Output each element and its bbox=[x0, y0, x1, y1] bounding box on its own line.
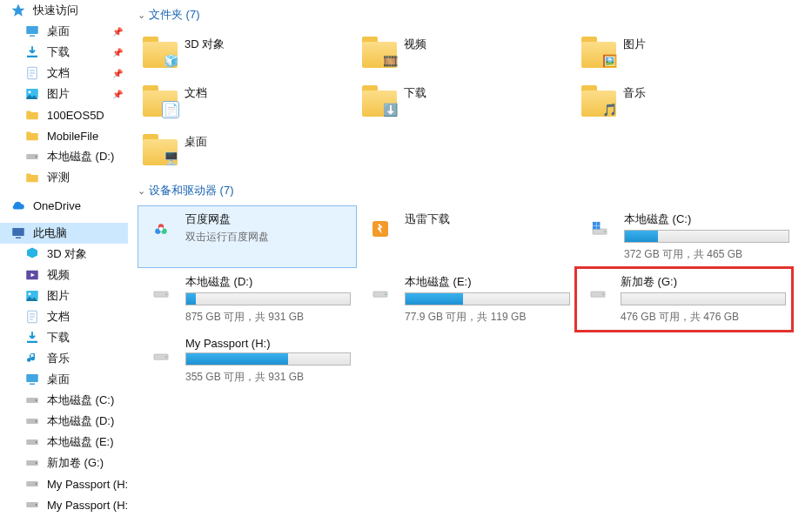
sidebar-item-label: 本地磁盘 (C:) bbox=[47, 392, 114, 408]
sidebar-item[interactable]: 文档📌 bbox=[0, 63, 128, 84]
folder-item[interactable]: 🧊3D 对象 bbox=[138, 30, 357, 78]
this-pc-label: 此电脑 bbox=[33, 225, 67, 241]
this-pc[interactable]: 此电脑 bbox=[0, 223, 128, 244]
sidebar-item-label: 音乐 bbox=[47, 351, 70, 366]
folder-item[interactable]: 🖥️桌面 bbox=[138, 127, 357, 176]
svg-point-30 bbox=[36, 441, 37, 443]
drive-item[interactable]: 迅雷下载 bbox=[357, 205, 576, 268]
svg-rect-24 bbox=[30, 384, 35, 386]
pc-icon bbox=[10, 225, 26, 241]
pin-icon: 📌 bbox=[112, 48, 123, 57]
drive-item[interactable]: 本地磁盘 (E:)77.9 GB 可用，共 119 GB bbox=[357, 268, 576, 331]
drive-icon bbox=[24, 476, 40, 492]
svg-rect-22 bbox=[27, 341, 37, 343]
svg-rect-23 bbox=[26, 374, 38, 382]
sidebar-item[interactable]: MobileFile bbox=[0, 125, 128, 146]
download-icon bbox=[24, 44, 40, 60]
sidebar-item[interactable]: 桌面 bbox=[0, 369, 128, 390]
svg-point-17 bbox=[29, 292, 31, 295]
sidebar-item[interactable]: 新加卷 (G:) bbox=[0, 453, 128, 473]
sidebar-item[interactable]: My Passport (H:) bbox=[0, 473, 128, 494]
sidebar-item[interactable]: 下载 bbox=[0, 327, 128, 348]
drive-name: 迅雷下载 bbox=[405, 211, 570, 227]
sidebar-item-label: 桌面 bbox=[47, 23, 70, 39]
drive-sub: 355 GB 可用，共 931 GB bbox=[185, 370, 351, 385]
sidebar-item[interactable]: 桌面📌 bbox=[0, 21, 128, 42]
svg-rect-45 bbox=[593, 222, 596, 225]
sidebar-item[interactable]: 视频 bbox=[0, 265, 128, 285]
sidebar-item[interactable]: 文档 bbox=[0, 306, 128, 327]
capacity-bar bbox=[405, 292, 570, 305]
drive-item[interactable]: 百度网盘双击运行百度网盘 bbox=[138, 205, 357, 268]
drive-sub: 476 GB 可用，共 476 GB bbox=[621, 310, 786, 325]
folder-item[interactable]: 📄文档 bbox=[138, 78, 357, 127]
drive-icon bbox=[582, 274, 614, 309]
folder-item[interactable]: 🖼️图片 bbox=[576, 30, 795, 78]
svg-rect-3 bbox=[27, 56, 37, 57]
onedrive-label: OneDrive bbox=[33, 199, 81, 212]
drive-icon bbox=[144, 274, 178, 309]
sidebar-item-label: 图片 bbox=[47, 86, 70, 102]
sidebar-item[interactable]: 本地磁盘 (D:) bbox=[0, 411, 128, 432]
drives-section-header[interactable]: ⌄ 设备和驱动器 (7) bbox=[138, 183, 805, 198]
sidebar-item[interactable]: 本地磁盘 (D:) bbox=[0, 146, 128, 167]
svg-point-54 bbox=[385, 293, 386, 294]
sidebar-item-label: My Passport (H:) bbox=[47, 478, 129, 491]
sidebar-item[interactable]: 图片📌 bbox=[0, 84, 128, 104]
folder-grid: 🧊3D 对象🎞️视频🖼️图片📄文档⬇️下载🎵音乐🖥️桌面 bbox=[138, 30, 805, 176]
folder-item[interactable]: 🎵音乐 bbox=[576, 78, 795, 127]
drive-icon bbox=[363, 274, 398, 309]
svg-point-28 bbox=[36, 420, 37, 422]
sidebar-item[interactable]: 评测 bbox=[0, 167, 128, 188]
svg-point-11 bbox=[36, 156, 37, 158]
pin-icon: 📌 bbox=[112, 69, 123, 78]
svg-rect-2 bbox=[30, 36, 35, 37]
drive-grid: 百度网盘双击运行百度网盘迅雷下载本地磁盘 (C:)372 GB 可用，共 465… bbox=[138, 205, 805, 391]
sidebar-item[interactable]: 下载📌 bbox=[0, 42, 128, 63]
drive-item[interactable]: 新加卷 (G:)476 GB 可用，共 476 GB bbox=[574, 266, 794, 332]
drive-icon bbox=[363, 211, 398, 246]
drive-sub: 77.9 GB 可用，共 119 GB bbox=[405, 310, 570, 325]
svg-rect-47 bbox=[593, 225, 596, 229]
obj3d-icon bbox=[24, 246, 40, 262]
sidebar-item[interactable]: 本地磁盘 (C:) bbox=[0, 390, 128, 411]
drive-icon bbox=[24, 497, 40, 513]
cloud-icon bbox=[10, 198, 26, 213]
sidebar-item[interactable]: 100EOS5D bbox=[0, 104, 128, 125]
drive-icon bbox=[24, 455, 40, 471]
drive-icon bbox=[24, 392, 40, 408]
folders-section-header[interactable]: ⌄ 文件夹 (7) bbox=[138, 7, 805, 23]
drive-name: 本地磁盘 (C:) bbox=[624, 211, 789, 227]
folder-icon: 🎵 bbox=[581, 82, 616, 117]
sidebar-item[interactable]: 图片 bbox=[0, 285, 128, 306]
drive-item[interactable]: 本地磁盘 (D:)875 GB 可用，共 931 GB bbox=[138, 268, 357, 331]
sidebar-item[interactable]: 3D 对象 bbox=[0, 244, 128, 265]
drive-name: 百度网盘 bbox=[185, 211, 351, 227]
folder-item[interactable]: 🎞️视频 bbox=[357, 30, 576, 78]
svg-point-26 bbox=[36, 399, 37, 401]
drive-item[interactable]: My Passport (H:)355 GB 可用，共 931 GB bbox=[138, 331, 357, 391]
folder-label: 文档 bbox=[185, 82, 207, 101]
sidebar-item-label: 100EOS5D bbox=[47, 109, 104, 122]
star-icon bbox=[10, 3, 26, 18]
svg-point-40 bbox=[159, 227, 164, 231]
quick-access[interactable]: 快速访问 bbox=[0, 0, 128, 21]
svg-rect-46 bbox=[596, 222, 600, 225]
sidebar-item-label: 文档 bbox=[47, 65, 70, 81]
drive-item[interactable]: 本地磁盘 (C:)372 GB 可用，共 465 GB bbox=[576, 205, 795, 268]
folder-item[interactable]: ⬇️下载 bbox=[357, 78, 576, 127]
svg-point-60 bbox=[165, 356, 166, 357]
music-icon bbox=[24, 351, 40, 366]
sidebar-item-label: MobileFile bbox=[47, 130, 98, 143]
drives-section-title: 设备和驱动器 (7) bbox=[149, 183, 234, 198]
quick-access-label: 快速访问 bbox=[33, 3, 78, 18]
onedrive[interactable]: OneDrive bbox=[0, 195, 128, 216]
sidebar-item[interactable]: 本地磁盘 (E:) bbox=[0, 432, 128, 453]
sidebar-item[interactable]: 音乐 bbox=[0, 348, 128, 369]
svg-point-36 bbox=[36, 504, 37, 506]
main-content: ⌄ 文件夹 (7) 🧊3D 对象🎞️视频🖼️图片📄文档⬇️下载🎵音乐🖥️桌面 ⌄… bbox=[129, 0, 812, 530]
folder-label: 视频 bbox=[404, 33, 426, 52]
sidebar-item[interactable]: My Passport (H:) bbox=[0, 494, 128, 515]
sidebar-item-label: 本地磁盘 (D:) bbox=[47, 149, 114, 164]
video-icon bbox=[24, 267, 40, 283]
